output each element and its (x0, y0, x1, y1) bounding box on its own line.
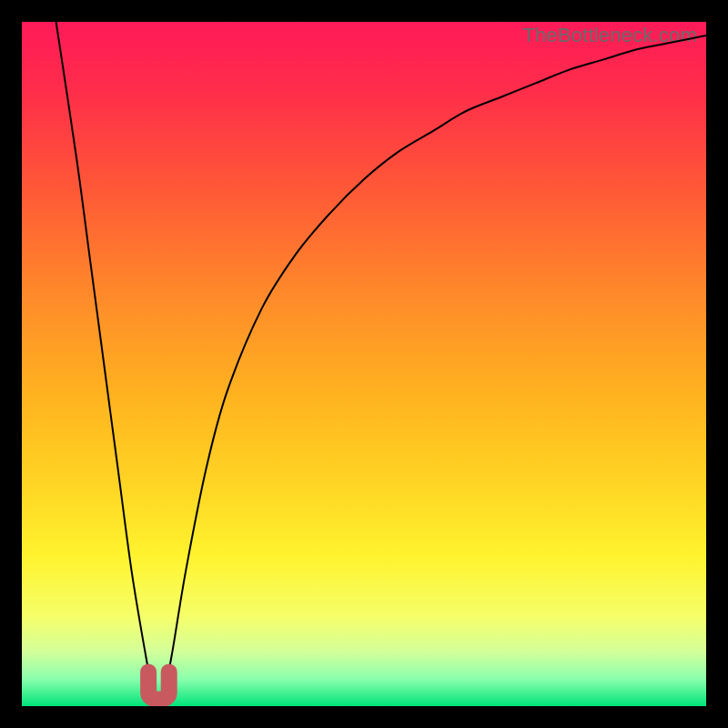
plot-area: TheBottleneck.com (22, 22, 706, 706)
dip-marker (148, 672, 169, 699)
chart-svg (22, 22, 706, 706)
chart-frame: TheBottleneck.com (0, 0, 728, 728)
bottleneck-curve (56, 22, 706, 699)
